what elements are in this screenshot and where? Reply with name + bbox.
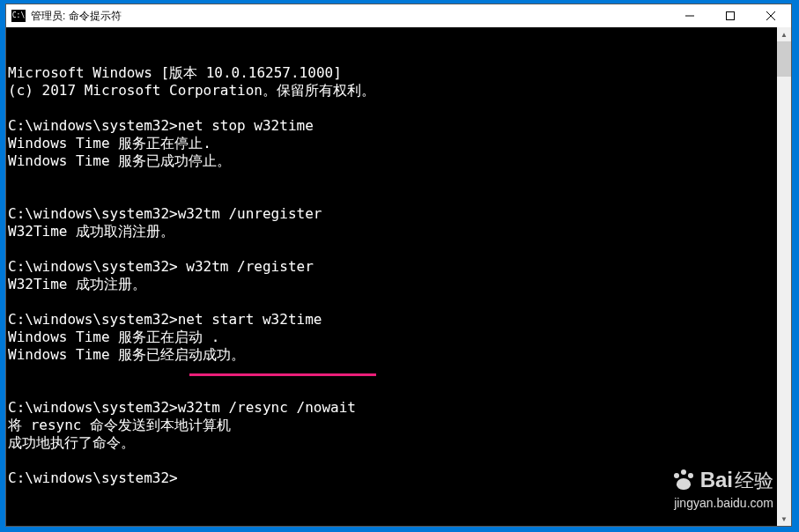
terminal-line	[8, 188, 777, 205]
window-controls	[670, 4, 791, 27]
terminal-line: 将 resync 命令发送到本地计算机	[8, 417, 777, 434]
terminal-line	[8, 240, 777, 258]
terminal-output[interactable]: Microsoft Windows [版本 10.0.16257.1000](c…	[6, 27, 777, 526]
terminal-line: 成功地执行了命令。	[8, 434, 777, 452]
terminal-line: Windows Time 服务正在停止.	[8, 135, 777, 152]
scroll-thumb[interactable]	[777, 41, 791, 77]
terminal-line	[8, 364, 777, 381]
terminal-line: (c) 2017 Microsoft Corporation。保留所有权利。	[8, 82, 777, 100]
terminal-line: C:\windows\system32>net stop w32time	[8, 117, 777, 135]
scrollbar[interactable]: ▲ ▼	[777, 27, 791, 526]
svg-rect-1	[727, 12, 735, 20]
close-button[interactable]	[751, 4, 791, 27]
terminal-line: C:\windows\system32>w32tm /resync /nowai…	[8, 399, 777, 417]
command-prompt-window: C:\ 管理员: 命令提示符 Microsoft Windows [版本 10.…	[5, 4, 792, 527]
terminal-line: Windows Time 服务已经启动成功。	[8, 346, 777, 364]
titlebar[interactable]: C:\ 管理员: 命令提示符	[6, 4, 791, 27]
terminal-line	[8, 381, 777, 399]
terminal-line	[8, 293, 777, 311]
terminal-line: W32Time 成功取消注册。	[8, 223, 777, 240]
terminal-line: C:\windows\system32>w32tm /unregister	[8, 205, 777, 223]
window-title: 管理员: 命令提示符	[31, 9, 122, 24]
scroll-down-button[interactable]: ▼	[777, 512, 791, 526]
minimize-button[interactable]	[670, 4, 710, 27]
terminal-line	[8, 452, 777, 469]
terminal-line: W32Time 成功注册。	[8, 276, 777, 293]
terminal-wrapper: Microsoft Windows [版本 10.0.16257.1000](c…	[6, 27, 791, 526]
maximize-button[interactable]	[710, 4, 751, 27]
cmd-icon: C:\	[11, 10, 26, 22]
terminal-line: Windows Time 服务已成功停止。	[8, 152, 777, 170]
terminal-line: C:\windows\system32>net start w32time	[8, 311, 777, 329]
terminal-line: Microsoft Windows [版本 10.0.16257.1000]	[8, 64, 777, 82]
terminal-line: Windows Time 服务正在启动 .	[8, 329, 777, 346]
terminal-line	[8, 100, 777, 117]
terminal-line: C:\windows\system32>	[8, 469, 777, 487]
scroll-up-button[interactable]: ▲	[777, 27, 791, 41]
terminal-line	[8, 170, 777, 188]
scroll-track[interactable]	[777, 41, 791, 512]
terminal-line: C:\windows\system32> w32tm /register	[8, 258, 777, 276]
